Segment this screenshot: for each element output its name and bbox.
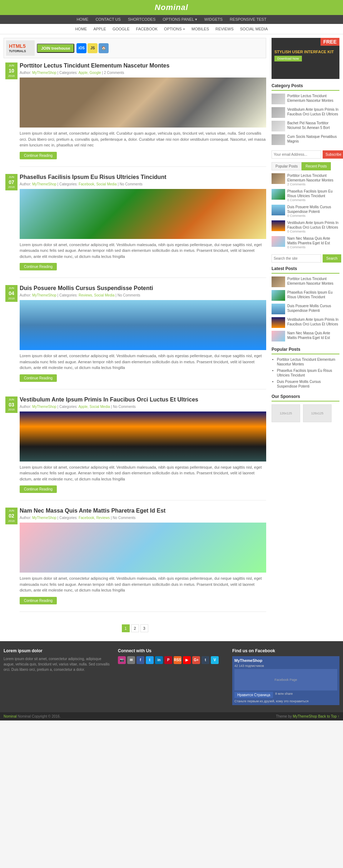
email-subscribe: Subscribe [272,150,339,159]
latest-post-5: Nam Nec Massa Quis Ante Mattis Pharetra … [272,331,339,341]
theme-credit: Theme by MyThemeShop Back to Top ↑ [276,714,339,718]
subnav-apple[interactable]: APPLE [93,27,106,31]
cat-post-thumb-2 [272,107,285,118]
post-3-categories[interactable]: Reviews, Social Media [79,293,115,297]
post-2-continue[interactable]: Continue Reading [20,263,57,270]
latest-text-5[interactable]: Nam Nec Massa Quis Ante Mattis Pharetra … [287,331,339,340]
latest-text-2[interactable]: Phasellus Facilisis Ipsum Eu Risus Ultri… [287,290,339,299]
linkedin-icon[interactable]: in [155,656,163,664]
latest-text-1[interactable]: Porttitor Lectus Tincidunt Elementum Nas… [287,276,339,286]
fb-like-button[interactable]: Нравится Страница [234,692,273,698]
googleplus-icon[interactable]: G+ [192,656,200,664]
nav-home[interactable]: HOME [76,17,88,22]
post-2-title[interactable]: Phasellus Facilisis Ipsum Eu Risus Ultri… [20,174,266,180]
page-2-button[interactable]: 2 [131,624,139,632]
rss-icon[interactable]: RSS [174,656,182,664]
subnav-home[interactable]: HOME [75,27,87,31]
subscribe-button[interactable]: Subscribe [323,150,343,159]
theme-link[interactable]: MyThemeShop [293,714,317,718]
subnav-social-media[interactable]: SOCIAL MEDIA [240,27,268,31]
popular-posts-section: Popular Posts Porttitor Lectus Tincidunt… [272,347,339,389]
post-2-categories[interactable]: Facebook, Social Media [79,182,117,186]
sponsor-2[interactable]: 126x125 [303,404,332,422]
popular-list-item-2[interactable]: Phasellus Facilisis Ipsum Eu Risus Ultri… [277,368,339,378]
latest-text-3[interactable]: Duis Posuere Mollis Cursus Suspendisse P… [287,304,339,313]
recent-thumb-2 [272,189,285,200]
youtube-icon[interactable]: ▶ [183,656,191,664]
popular-posts-tab[interactable]: Popular Posts [272,162,302,170]
popular-list-item-1[interactable]: Porttitor Lectus Tincidunt Elementum Nas… [277,357,339,366]
post-1-continue[interactable]: Continue Reading [20,152,57,159]
cat-post-text-1[interactable]: Porttitor Lectus Tincidunt Elementum Nas… [287,94,339,103]
nav-options[interactable]: OPTIONS PANEL ▾ [163,17,197,22]
post-5-continue[interactable]: Continue Reading [20,597,57,604]
post-5-author[interactable]: MyThemeShop [32,516,56,520]
search-input[interactable] [272,254,321,263]
nav-shortcodes[interactable]: SHORTCODES [128,17,155,22]
category-posts-section: Category Posts Porttitor Lectus Tincidun… [272,83,339,145]
subnav-options[interactable]: OPTIONS + [164,27,185,31]
post-3-comments: No Comments [118,293,140,297]
facebook-icon[interactable]: f [136,656,144,664]
latest-text-4[interactable]: Vestibulum Ante Ipsum Primis In Faucibus… [287,317,339,326]
post-5-categories[interactable]: Facebook, Reviews [79,516,110,520]
recent-post-text-5: Nam Nec Massa Quis Ante Mattis Pharetra … [287,236,339,249]
nav-responsive[interactable]: RESPONSIVE TEST [230,17,267,22]
post-1-author[interactable]: MyThemeShop [32,71,56,75]
subnav-reviews[interactable]: REVIEWS [215,27,234,31]
subnav-mobiles[interactable]: MOBILES [192,27,209,31]
post-3-title[interactable]: Duis Posuere Mollis Cursus Suspendisse P… [20,285,266,291]
page-3-button[interactable]: 3 [140,624,148,632]
fb-like-row: Нравится Страница 8 млн share [234,692,337,698]
subnav-facebook[interactable]: FACEBOOK [136,27,158,31]
post-4-author[interactable]: MyThemeShop [32,405,56,409]
recent-post-item-2: Phasellus Facilisis Ipsum Eu Risus Ultri… [272,189,339,202]
email-icon[interactable]: ✉ [127,656,135,664]
nav-widgets[interactable]: WIDGETS [204,17,223,22]
post-1-categories[interactable]: Apple, Google [78,71,101,75]
join-treehouse-button[interactable]: JOIN treehouse [37,44,74,53]
sponsors-section: Our Sponsors 126x125 126x125 [272,394,339,422]
ad-free-label: FREE [320,38,339,46]
back-to-top-link[interactable]: Back to Top ↑ [318,714,339,718]
post-1-excerpt: Lorem ipsum dolor sit amet, consectetur … [20,130,266,148]
pinterest-icon[interactable]: P [164,656,172,664]
cat-post-text-2[interactable]: Vestibulum Ante Ipsum Primis In Faucibus… [287,107,339,116]
footer-bottom: Nominal Nominal Copyright © 2016. Theme … [0,712,343,720]
post-1-title[interactable]: Porttitor Lectus Tincidunt Elementum Nas… [20,63,266,69]
instagram-icon[interactable]: 📷 [118,656,126,664]
search-button[interactable]: Search [323,254,341,263]
latest-post-2: Phasellus Facilisis Ipsum Eu Risus Ultri… [272,290,339,301]
post-2-author[interactable]: MyThemeShop [32,182,56,186]
post-4-categories[interactable]: Apple, Social Media [78,405,110,409]
ad-download-button[interactable]: Download Now [274,56,302,61]
tumblr-icon[interactable]: t [202,656,209,664]
vimeo-icon[interactable]: V [211,656,219,664]
footer-col3-title: Find us on Facebook [232,648,339,653]
post-4-continue[interactable]: Continue Reading [20,485,57,493]
email-input[interactable] [272,150,321,159]
post-4-title[interactable]: Vestibulum Ante Ipsum Primis In Faucibus… [20,396,266,403]
post-5-image [20,523,266,573]
post-3-author[interactable]: MyThemeShop [32,293,56,297]
cat-post-text-3[interactable]: Bachet Pid Nassa Torttitor Niciumst Sc A… [287,121,339,130]
page-1-button[interactable]: 1 [122,624,130,632]
footer-col1-text: Lorem ipsum dolor sit amet, consectetur … [4,656,111,672]
nav-contact[interactable]: CONTACT US [95,17,121,22]
post-3: Jun 04 2016 Duis Posuere Mollis Cursus S… [20,285,266,389]
html5-label: HTML5 [9,43,26,49]
site-link[interactable]: Nominal [4,714,17,718]
popular-list-item-3[interactable]: Duis Posuere Mollis Cursus Suspendisse P… [277,379,339,389]
sponsor-1[interactable]: 126x125 [272,404,300,422]
cat-post-thumb-3 [272,121,285,131]
fb-share-count: 8 млн share [275,692,293,698]
twitter-icon[interactable]: t [146,656,154,664]
cat-post-thumb-4 [272,134,285,145]
post-3-continue[interactable]: Continue Reading [20,374,57,382]
cat-post-text-4[interactable]: Cum Sociis Natoque Penatibus Magnis [287,134,339,144]
post-3-date: Jun 04 2016 [5,285,18,302]
recent-posts-tab[interactable]: Recent Posts [302,162,330,170]
subnav-google[interactable]: GOOGLE [113,27,130,31]
site-title: Nominal [0,3,343,12]
post-5-title[interactable]: Nam Nec Massa Quis Ante Mattis Pharetra … [20,508,266,514]
